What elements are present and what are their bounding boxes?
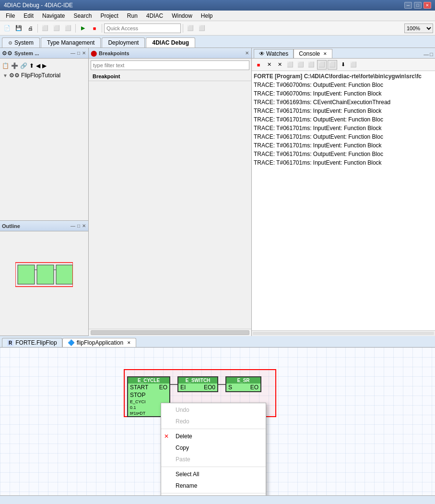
- ctx-rename[interactable]: Rename: [161, 480, 266, 492]
- ctx-delete[interactable]: ✕ Delete: [161, 431, 266, 442]
- quick-access-input[interactable]: [104, 24, 181, 33]
- toolbar-btn4[interactable]: ⬜: [63, 23, 73, 34]
- breakpoints-column-header: Breakpoint: [89, 72, 251, 81]
- minimize-button[interactable]: ─: [404, 2, 412, 9]
- right-tab-buttons[interactable]: — □: [423, 51, 433, 58]
- toolbar-btn2[interactable]: ⬜: [40, 23, 50, 34]
- ctx-zoomin[interactable]: 🔍 Zoom In Ctrl++: [161, 495, 266, 495]
- title-bar-buttons[interactable]: ─ □ ✕: [404, 2, 431, 9]
- console-stop-btn[interactable]: ■: [254, 60, 263, 70]
- toolbar-btn6[interactable]: ⬜: [197, 23, 207, 34]
- menu-help[interactable]: Help: [197, 12, 217, 20]
- flipflop-tab-close[interactable]: ✕: [127, 340, 131, 345]
- bp-close[interactable]: ✕: [245, 50, 249, 56]
- outline-minimize[interactable]: —: [70, 223, 76, 229]
- ctx-undo[interactable]: Undo: [161, 404, 266, 416]
- console-btn2[interactable]: ✕: [264, 60, 274, 70]
- panel-close[interactable]: ✕: [82, 50, 86, 56]
- close-button[interactable]: ✕: [423, 2, 431, 9]
- toolbar-save[interactable]: 💾: [13, 23, 24, 34]
- watches-tab-label: Watches: [266, 50, 288, 57]
- outline-close[interactable]: ✕: [82, 223, 86, 229]
- tab-typemanagement[interactable]: Type Management: [41, 37, 101, 48]
- fb-block-esr[interactable]: E_SR S EO: [225, 376, 261, 392]
- fb-ecycle-ports: START EO: [128, 384, 169, 391]
- menu-navigate[interactable]: Navigate: [38, 12, 69, 20]
- menu-4diac[interactable]: 4DIAC: [142, 12, 167, 20]
- console-scrollbar[interactable]: [252, 330, 435, 336]
- console-btn6[interactable]: ⬜: [306, 60, 316, 70]
- console-tab-label: Console: [299, 50, 320, 57]
- bp-header-right[interactable]: ✕: [245, 50, 249, 56]
- panel-header-right[interactable]: — □ ✕: [70, 50, 86, 56]
- tree-toolbar-btn6[interactable]: ▶: [42, 62, 47, 69]
- minimize-icon[interactable]: —: [423, 51, 429, 57]
- toolbar: 📄 💾 🖨 ⬜ ⬜ ⬜ ▶ ■ ⬜ ⬜ 100% 75% 125% 150%: [0, 21, 435, 36]
- toolbar-btn5[interactable]: ⬜: [185, 23, 196, 34]
- console-btn10[interactable]: ⬜: [349, 60, 358, 70]
- fb-block-eswitch[interactable]: E_SWITCH EI EO0: [177, 376, 218, 392]
- menu-edit[interactable]: Edit: [20, 12, 37, 20]
- fb-ecycle-stop-row: STOP: [128, 391, 169, 399]
- ctx-copy[interactable]: Copy: [161, 442, 266, 454]
- panel-maximize[interactable]: □: [77, 50, 81, 56]
- tree-toolbar-btn5[interactable]: ◀: [36, 62, 40, 69]
- menu-run[interactable]: Run: [123, 12, 141, 20]
- breakpoints-icon: ⬤: [91, 50, 97, 57]
- fb-esr-ports: S EO: [226, 384, 260, 391]
- menu-search[interactable]: Search: [70, 12, 95, 20]
- tree-item-toolbar: 📋 ➕ 🔗 ⬆ ◀ ▶: [2, 60, 86, 71]
- tree-item-icon: ⚙⚙: [9, 72, 20, 79]
- context-menu[interactable]: Undo Redo ✕ Delete Copy Paste Se: [161, 403, 266, 495]
- maximize-icon[interactable]: □: [430, 51, 433, 57]
- console-btn8[interactable]: ⬜: [328, 60, 337, 70]
- tab-flipflop-app[interactable]: 🔷 flipFlopApplication ✕: [62, 338, 136, 347]
- ctx-paste-label: Paste: [176, 456, 190, 463]
- breakpoints-panel: ⬤ Breakpoints ✕ Breakpoint: [89, 48, 251, 336]
- toolbar-btn3[interactable]: ⬜: [51, 23, 62, 34]
- toolbar-run[interactable]: ▶: [78, 23, 88, 34]
- ctx-redo[interactable]: Redo: [161, 416, 266, 427]
- tab-4diacdebug[interactable]: 4DIAC Debug: [146, 37, 195, 48]
- tree-toolbar-btn1[interactable]: 📋: [2, 62, 9, 69]
- console-btn3[interactable]: ✕: [275, 60, 284, 70]
- menu-project[interactable]: Project: [96, 12, 122, 20]
- menu-window[interactable]: Window: [168, 12, 196, 20]
- toolbar-right: 100% 75% 125% 150%: [404, 24, 433, 33]
- maximize-button[interactable]: □: [414, 2, 422, 9]
- toolbar-print[interactable]: 🖨: [25, 23, 35, 34]
- menu-bar: File Edit Navigate Search Project Run 4D…: [0, 11, 435, 21]
- console-btn7[interactable]: ⬜: [317, 60, 327, 70]
- tab-console[interactable]: Console ✕: [294, 49, 332, 58]
- ctx-selectall[interactable]: Select All: [161, 468, 266, 480]
- ctx-redo-label: Redo: [176, 418, 189, 425]
- outline-maximize[interactable]: □: [77, 223, 81, 229]
- fb-ecycle-in-stop: STOP: [130, 392, 145, 398]
- title-bar-title: 4DIAC Debug - 4DIAC-IDE: [4, 2, 73, 9]
- console-close-icon[interactable]: ✕: [323, 51, 327, 56]
- system-panel: ⚙⚙ System ... — □ ✕ 📋 ➕ 🔗 ⬆ ◀ ▶: [0, 48, 88, 221]
- tab-system[interactable]: ⚙ System: [2, 37, 40, 48]
- tab-forte-flipflop[interactable]: R FORTE.FlipFlop: [2, 338, 62, 347]
- console-btn5[interactable]: ⬜: [296, 60, 306, 70]
- outline-header-right[interactable]: — □ ✕: [70, 223, 86, 229]
- ctx-paste[interactable]: Paste: [161, 454, 266, 465]
- tree-item-flipflop[interactable]: ▼ ⚙⚙ FlipFlopTutorial: [2, 71, 86, 80]
- tree-toolbar-btn2[interactable]: ➕: [11, 62, 18, 69]
- tree-toolbar-btn4[interactable]: ⬆: [29, 62, 34, 69]
- tab-deployment[interactable]: Deployment: [102, 37, 145, 48]
- console-btn4[interactable]: ⬜: [285, 60, 295, 70]
- editor-area: R FORTE.FlipFlop 🔷 flipFlopApplication ✕…: [0, 336, 435, 495]
- tree-toolbar-btn3[interactable]: 🔗: [20, 62, 27, 69]
- tab-watches[interactable]: 👁 Watches: [254, 49, 294, 58]
- toolbar-stop[interactable]: ■: [89, 23, 100, 34]
- toolbar-new[interactable]: 📄: [2, 23, 12, 34]
- console-btn9[interactable]: ⬇: [338, 60, 348, 70]
- console-line-6: TRACE: T#061701ms: InputEvent: Function …: [254, 124, 433, 132]
- panel-minimize[interactable]: —: [70, 50, 76, 56]
- breakpoints-filter[interactable]: [91, 60, 249, 70]
- outline-header-left: Outline: [2, 223, 20, 229]
- editor-canvas[interactable]: E_CYCLE START EO STOP E_CYCI 0.1 t#1s•DT…: [0, 348, 435, 495]
- zoom-select[interactable]: 100% 75% 125% 150%: [404, 24, 433, 33]
- menu-file[interactable]: File: [2, 12, 19, 20]
